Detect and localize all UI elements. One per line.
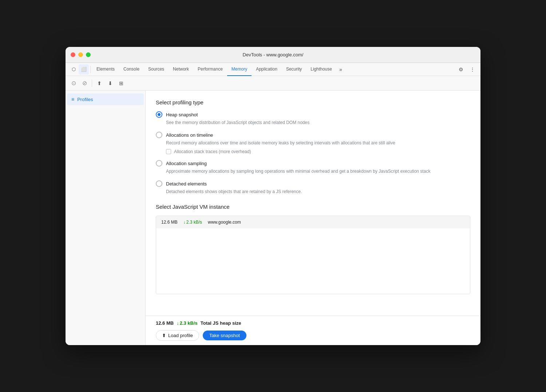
vm-empty-area [156,228,470,294]
tab-performance[interactable]: Performance [193,63,227,76]
tab-console[interactable]: Console [119,63,144,76]
secondary-toolbar: ⊙ ⊘ ⬆ ⬇ ⊞ [66,76,480,91]
allocation-sampling-radio[interactable] [156,160,162,167]
footer-heap-label: Total JS heap size [201,320,241,326]
traffic-lights [71,52,91,57]
upload-icon: ⬆ [162,333,166,338]
detached-elements-option: Detached elements Detached elements show… [156,180,470,195]
toolbar-separator [90,66,91,73]
allocation-sampling-desc: Approximate memory allocations by sampli… [166,168,470,175]
heap-snapshot-label: Heap snapshot [166,112,198,117]
tab-bar: ⬡ ⬜ Elements Console Sources Network Per… [66,63,480,76]
tab-memory[interactable]: Memory [227,63,252,76]
down-arrow-icon: ↓ [183,220,186,225]
footer-memory: 12.6 MB [156,320,174,326]
sidebar: ≡ Profiles [66,91,146,345]
element-picker-icon[interactable]: ⬜ [79,64,89,75]
devtools-window: DevTools - www.google.com/ ⬡ ⬜ Elements … [66,47,480,345]
allocation-sampling-row: Allocation sampling [156,160,470,167]
heap-snapshot-radio[interactable] [156,111,162,118]
detached-elements-label: Detached elements [166,181,207,187]
more-options-icon[interactable]: ⋮ [467,64,478,75]
allocations-timeline-label: Allocations on timeline [166,132,213,138]
settings-icon[interactable]: ⚙ [456,64,466,75]
allocations-timeline-option: Allocations on timeline Record memory al… [156,132,470,154]
footer-buttons: ⬆ Load profile Take snapshot [156,330,470,341]
vm-instance-row[interactable]: 12.6 MB ↓ 2.3 kB/s www.google.com [156,216,470,228]
record-icon[interactable]: ⊙ [68,78,79,88]
tab-actions: ⚙ ⋮ [456,64,478,75]
vm-section: Select JavaScript VM instance 12.6 MB ↓ … [156,204,470,294]
allocations-timeline-desc: Record memory allocations over time and … [166,140,470,146]
footer-rate-value: 2.3 kB/s [180,320,198,326]
vm-url: www.google.com [208,220,241,225]
tab-application[interactable]: Application [252,63,282,76]
heap-snapshot-desc: See the memory distribution of JavaScrip… [166,119,470,126]
footer-rate: ↓ 2.3 kB/s [177,320,198,326]
tab-security[interactable]: Security [282,63,306,76]
vm-section-title: Select JavaScript VM instance [156,204,470,210]
footer-stats: 12.6 MB ↓ 2.3 kB/s Total JS heap size [156,320,470,326]
detached-elements-radio[interactable] [156,180,162,187]
stop-icon[interactable]: ⊘ [79,78,90,88]
allocations-timeline-radio[interactable] [156,132,162,138]
heap-snapshot-row: Heap snapshot [156,111,470,118]
footer-down-icon: ↓ [177,320,179,326]
main-content: ≡ Profiles Select profiling type Heap sn… [66,91,480,345]
tab-lighthouse[interactable]: Lighthouse [306,63,336,76]
close-button[interactable] [71,52,75,57]
allocation-sampling-option: Allocation sampling Approximate memory a… [156,160,470,175]
sidebar-item-profiles[interactable]: ≡ Profiles [67,93,144,105]
allocation-stack-traces-checkbox[interactable] [166,149,171,154]
footer: 12.6 MB ↓ 2.3 kB/s Total JS heap size ⬆ … [146,316,480,345]
toolbar-sep2 [92,80,92,87]
sidebar-item-label: Profiles [77,97,93,102]
vm-memory: 12.6 MB [161,220,178,225]
profiles-icon: ≡ [71,96,74,102]
vm-rate-value: 2.3 kB/s [186,220,202,225]
window-title: DevTools - www.google.com/ [243,52,304,57]
vm-table: 12.6 MB ↓ 2.3 kB/s www.google.com [156,216,470,294]
upload-icon[interactable]: ⬆ [94,78,104,88]
allocation-stack-traces-label: Allocation stack traces (more overhead) [174,149,251,154]
maximize-button[interactable] [86,52,91,57]
profiling-section-title: Select profiling type [156,99,470,105]
more-tabs-icon[interactable]: » [336,67,345,72]
tab-sources[interactable]: Sources [144,63,169,76]
allocation-sampling-label: Allocation sampling [166,161,207,166]
take-snapshot-button[interactable]: Take snapshot [203,331,246,340]
minimize-button[interactable] [78,52,83,57]
content-area: Select profiling type Heap snapshot See … [146,91,480,316]
cursor-icon[interactable]: ⬡ [68,64,79,75]
allocations-timeline-row: Allocations on timeline [156,132,470,138]
tab-network[interactable]: Network [169,63,193,76]
heap-snapshot-option: Heap snapshot See the memory distributio… [156,111,470,126]
vm-rate: ↓ 2.3 kB/s [183,220,202,225]
titlebar: DevTools - www.google.com/ [66,47,480,63]
clear-icon[interactable]: ⊞ [116,78,126,88]
allocation-stack-traces-row: Allocation stack traces (more overhead) [166,149,470,154]
tab-elements[interactable]: Elements [92,63,119,76]
load-profile-button[interactable]: ⬆ Load profile [156,330,199,341]
detached-elements-desc: Detached elements shows objects that are… [166,188,470,195]
load-profile-label: Load profile [168,333,193,338]
download-icon[interactable]: ⬇ [105,78,115,88]
detached-elements-row: Detached elements [156,180,470,187]
